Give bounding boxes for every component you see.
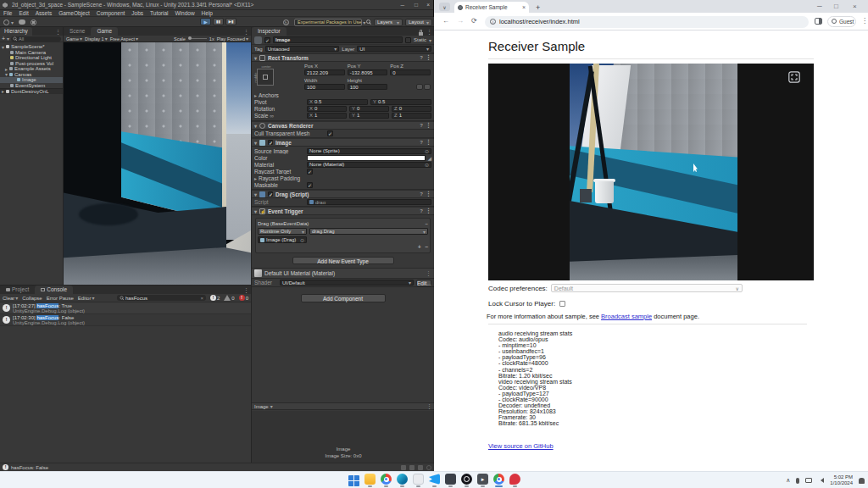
hidden-icons-chevron[interactable]: ∧ (786, 477, 790, 484)
close-icon[interactable]: × (426, 2, 430, 8)
scale-slider[interactable] (188, 38, 207, 39)
scale-z-field[interactable]: Z1 (392, 113, 431, 119)
aspect-dropdown[interactable]: Free Aspect▾ (110, 36, 138, 42)
menu-window[interactable]: Window (175, 10, 194, 16)
active-checkbox[interactable]: ✓ (264, 37, 270, 43)
account-caret-icon[interactable]: ▾ (11, 19, 14, 25)
material-field[interactable]: None (Material)⊙ (307, 162, 431, 168)
create-button[interactable]: + (2, 36, 5, 42)
canvas-renderer-header[interactable]: ▾ Canvas Renderer ? ⋮ (252, 121, 434, 130)
rect-transform-header[interactable]: ▾ Rect Transform ? ⋮ (252, 53, 434, 62)
rotation-z-field[interactable]: Z0 (392, 106, 431, 112)
close-icon[interactable]: × (853, 3, 857, 10)
experimental-packages-dropdown[interactable]: Experimental Packages In Use ▾ (294, 19, 362, 26)
gameobject-name-field[interactable]: Image (273, 36, 403, 43)
error-pause-toggle[interactable]: Error Pause (47, 296, 74, 301)
site-info-icon[interactable]: i (490, 19, 496, 25)
pos-z-field[interactable]: 0 (390, 69, 431, 75)
warning-count-badge[interactable]: 0 (224, 295, 234, 301)
tab-game[interactable]: Game (91, 27, 118, 36)
script-field[interactable]: drag (307, 199, 431, 205)
tag-dropdown[interactable]: Untagged▾ (265, 46, 340, 52)
pivot-y-field[interactable]: Y0.5 (370, 99, 431, 105)
raw-edit-mode-button[interactable] (424, 84, 431, 90)
menu-component[interactable]: Component (97, 10, 125, 16)
raycast-target-checkbox[interactable]: ✓ (307, 169, 313, 175)
fullscreen-icon[interactable] (788, 71, 800, 83)
forward-icon[interactable]: → (457, 17, 464, 25)
lock-cursor-checkbox[interactable] (559, 301, 565, 307)
menu-file[interactable]: File (3, 10, 12, 16)
help-icon[interactable]: ? (420, 123, 423, 128)
clear-search-icon[interactable]: × (200, 296, 203, 301)
kebab-icon[interactable]: ⋮ (426, 208, 431, 214)
event-trigger-header[interactable]: ▾ ⚡ Event Trigger ? ⋮ (252, 207, 434, 215)
speaker-icon[interactable] (818, 478, 824, 483)
remove-event-icon[interactable]: − (425, 221, 428, 226)
menu-help[interactable]: Help (202, 10, 213, 16)
event-target-field[interactable]: Image (Drag)⊙ (258, 236, 307, 243)
taskbar-clock[interactable]: 5:02 PM 1/10/2024 (830, 474, 853, 486)
create-caret-icon[interactable]: ▾ (7, 36, 9, 42)
code-coverage-icon[interactable] (409, 465, 415, 470)
kebab-icon[interactable]: ⋮ (243, 287, 249, 294)
play-focused-dropdown[interactable]: Play Focused▾ (217, 36, 248, 42)
unity-title-bar[interactable]: 2d_object_3d_space - SampleScene - Windo… (0, 0, 433, 10)
cloud-icon[interactable] (19, 19, 25, 25)
collapse-toggle[interactable]: Collapse (22, 296, 42, 301)
account-icon[interactable] (3, 19, 9, 25)
foldout-icon[interactable]: ▾ (5, 72, 8, 78)
media-player-icon[interactable]: ▸ (476, 474, 489, 487)
reload-icon[interactable]: ⟳ (471, 17, 477, 25)
anchors-foldout[interactable]: ▸ Anchors (252, 92, 434, 98)
vscode-icon[interactable] (428, 474, 441, 487)
foldout-icon[interactable]: ▸ (2, 88, 4, 93)
settings-icon[interactable] (31, 19, 36, 25)
info-count-badge[interactable]: !2 (210, 295, 220, 301)
display-icon[interactable] (805, 478, 812, 483)
layers-dropdown[interactable]: Layers▾ (374, 19, 403, 26)
notification-bell-icon[interactable] (859, 478, 865, 484)
menu-assets[interactable]: Assets (36, 10, 53, 16)
tab-close-icon[interactable]: × (522, 4, 526, 10)
maximize-icon[interactable]: □ (834, 3, 838, 10)
anchor-preset-button[interactable]: center middle (257, 69, 274, 86)
unity-status-bar[interactable]: ! hasFocus: False (0, 463, 434, 471)
tab-inspector[interactable]: Inspector (252, 27, 287, 36)
component-enabled-checkbox[interactable]: ✓ (268, 140, 273, 145)
step-button[interactable]: ▶▮ (225, 18, 236, 25)
console-entry[interactable]: ! [17:02:27] hasFocus: True UnityEngine.… (0, 302, 251, 314)
menu-gameobject[interactable]: GameObject (58, 10, 90, 16)
kebab-icon[interactable]: ⋮ (426, 122, 431, 129)
drag-script-header[interactable]: ▾ ✓ Drag (Script) ? ⋮ (252, 190, 434, 198)
address-bar[interactable]: i localhost/receiver/index.html (485, 16, 809, 28)
eyedropper-icon[interactable]: ◢ (427, 155, 431, 161)
foldout-icon[interactable]: ▾ (254, 55, 257, 61)
menu-edit[interactable]: Edit (19, 10, 28, 16)
rotation-y-field[interactable]: Y0 (349, 106, 389, 112)
obs-icon[interactable] (460, 474, 473, 487)
activity-icon[interactable] (426, 465, 431, 470)
runtime-only-dropdown[interactable]: Runtime Only▾ (258, 228, 307, 235)
cull-checkbox[interactable]: ✓ (327, 130, 333, 136)
image-component-header[interactable]: ▾ ✓ Image ? ⋮ (252, 138, 434, 147)
video-player[interactable] (488, 64, 814, 280)
browser-tab[interactable]: Receiver Sample × (454, 2, 529, 13)
kebab-icon[interactable]: ⋮ (426, 270, 431, 277)
console-entry[interactable]: ! [17:02:30] hasFocus: False UnityEngine… (0, 314, 251, 326)
pos-x-field[interactable]: 2122.209 (304, 69, 345, 75)
tree-item-dontdestroy-scene[interactable]: ▸ DontDestroyOnL (0, 88, 63, 94)
help-icon[interactable]: ? (420, 55, 423, 60)
object-picker-icon[interactable]: ⊙ (300, 237, 304, 243)
file-explorer-icon[interactable] (364, 474, 376, 487)
kebab-icon[interactable]: ⋮ (426, 403, 432, 410)
layer-dropdown[interactable]: UI▾ (357, 46, 431, 52)
tab-search-button[interactable]: ∨ (439, 3, 450, 11)
tab-hierarchy[interactable]: Hierarchy (0, 27, 32, 36)
help-icon[interactable]: ? (420, 140, 423, 145)
width-field[interactable]: 100 (304, 84, 345, 90)
editor-dropdown[interactable]: Editor▾ (78, 295, 95, 301)
rotation-x-field[interactable]: X0 (307, 106, 347, 112)
console-search-input[interactable]: hasFocus × (117, 295, 206, 301)
static-checkbox[interactable] (405, 37, 411, 43)
